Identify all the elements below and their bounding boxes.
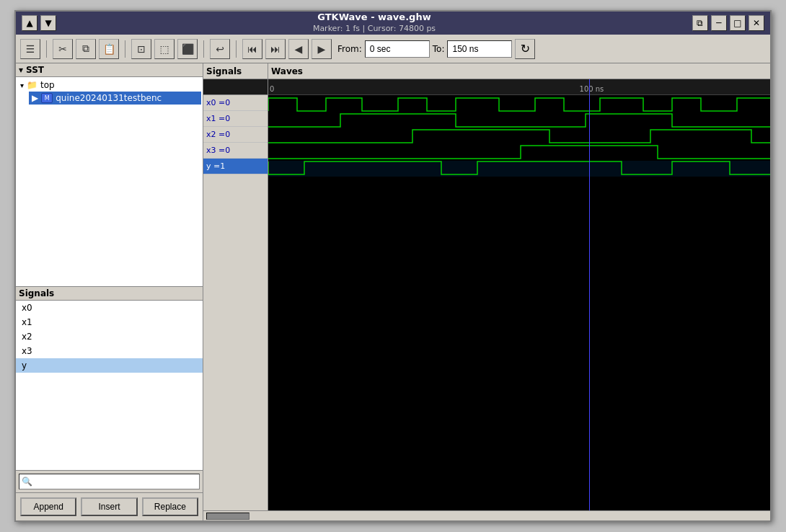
titlebar-left-controls: ▲ ▼ [22,15,56,31]
signals-list[interactable]: x0 x1 x2 x3 y [16,301,203,470]
titlebar-right-controls: ⧉ ─ □ ✕ [692,15,764,31]
cut-button[interactable]: ✂ [53,39,73,59]
tree-item-module[interactable]: ▶ M quine20240131testbenc [29,92,201,105]
signal-x2[interactable]: x2 [16,329,203,344]
signal-x3[interactable]: x3 [16,344,203,358]
wave-x0 [268,98,770,111]
wave-canvas[interactable]: 0 100 ns [268,79,770,510]
last-button[interactable]: ⏭ [265,39,286,59]
titlebar: ▲ ▼ GTKWave - wave.ghw Marker: 1 fs | Cu… [16,12,770,35]
ruler-label-100ns: 100 ns [580,85,604,93]
maximize-btn[interactable]: □ [730,15,746,31]
append-button[interactable]: Append [20,497,76,516]
tree-item-top[interactable]: ▾ 📁 top [17,79,201,92]
main-window: ▲ ▼ GTKWave - wave.ghw Marker: 1 fs | Cu… [14,10,772,522]
waves-header-row: Signals Waves [203,63,770,79]
expand-icon-top[interactable]: ▾ [20,81,24,89]
search-wrapper: 🔍 [19,474,200,489]
select-all-button[interactable]: ⊡ [131,39,151,59]
sst-section: ▾ SST ▾ 📁 top ▶ M quine20240131testbenc [16,63,203,287]
menu-button[interactable]: ☰ [20,39,40,59]
module-icon: M [41,93,53,103]
prev-button[interactable]: ◀ [288,39,309,59]
bottom-buttons: Append Insert Replace [16,492,203,520]
paste-button[interactable]: 📋 [99,39,119,59]
close-btn[interactable]: ✕ [749,15,764,31]
from-to-section: From: To: [337,40,512,58]
titlebar-center: GTKWave - wave.ghw Marker: 1 fs | Cursor… [313,12,436,34]
separator-1 [46,40,47,58]
toolbar: ☰ ✂ ⧉ 📋 ⊡ ⬚ ⬛ ↩ ⏮ ⏭ ◀ ▶ From: To: ↻ [16,35,770,63]
undo-button[interactable]: ↩ [210,39,230,59]
search-input[interactable] [19,474,200,489]
left-panel: ▾ SST ▾ 📁 top ▶ M quine20240131testbenc [16,63,203,520]
window-title: GTKWave - wave.ghw [317,12,430,24]
signal-row-x3[interactable]: x3 =0 [203,143,268,159]
hscroll[interactable] [203,510,770,520]
sst-title: SST [26,65,44,75]
wave-x2 [268,130,770,143]
wave-x1 [268,114,770,127]
signal-x1[interactable]: x1 [16,315,203,329]
insert-button[interactable]: Insert [81,497,137,516]
wave-ruler: 0 100 ns [268,79,770,95]
waves-body: x0 =0 x1 =0 x2 =0 x3 =0 y =1 0 100 ns [203,79,770,510]
down-arrow-btn[interactable]: ▼ [40,15,56,31]
signal-row-x0[interactable]: x0 =0 [203,95,268,111]
wave-x3 [268,146,770,159]
zoom-sel-button[interactable]: ⬛ [177,39,198,59]
signal-names-col: x0 =0 x1 =0 x2 =0 x3 =0 y =1 [203,79,268,510]
separator-2 [125,40,125,58]
signals-col-header: Signals [203,63,268,79]
signals-list-header: Signals [16,287,203,301]
signal-row-x1[interactable]: x1 =0 [203,111,268,127]
zoom-fit-button[interactable]: ⬚ [154,39,175,59]
waveform-svg [268,95,770,182]
replace-button[interactable]: Replace [142,497,198,516]
separator-4 [236,40,237,58]
expand-icon-module: ▶ [32,93,38,103]
separator-3 [203,40,204,58]
up-arrow-btn[interactable]: ▲ [22,15,37,31]
window-subtitle: Marker: 1 fs | Cursor: 74800 ps [313,24,436,34]
refresh-button[interactable]: ↻ [515,39,535,59]
main-content: ▾ SST ▾ 📁 top ▶ M quine20240131testbenc [16,63,770,520]
restore-btn[interactable]: ⧉ [692,15,708,31]
signals-section: Signals x0 x1 x2 x3 y 🔍 Append Insert [16,287,203,520]
tree-label-top: top [40,80,55,90]
signal-y[interactable]: y [16,358,203,373]
sst-header: ▾ SST [16,63,203,77]
next-button[interactable]: ▶ [312,39,332,59]
folder-icon-top: 📁 [27,80,37,90]
right-panel: Signals Waves x0 =0 x1 =0 x2 =0 x3 =0 y … [203,63,770,520]
hscroll-thumb[interactable] [206,513,250,520]
signal-x0[interactable]: x0 [16,301,203,315]
to-input[interactable] [447,40,512,58]
waves-col-header: Waves [268,63,770,79]
tree-label-module: quine20240131testbenc [56,93,162,103]
search-bar: 🔍 [16,470,203,492]
first-button[interactable]: ⏮ [242,39,262,59]
sst-collapse-icon[interactable]: ▾ [19,65,23,75]
from-input[interactable] [365,40,430,58]
to-label: To: [433,44,445,54]
signal-row-x2[interactable]: x2 =0 [203,127,268,143]
ruler-label-0: 0 [270,85,274,93]
from-label: From: [337,44,362,54]
copy-button[interactable]: ⧉ [76,39,96,59]
signal-row-y[interactable]: y =1 [203,159,268,174]
minimize-btn[interactable]: ─ [711,15,727,31]
sst-tree[interactable]: ▾ 📁 top ▶ M quine20240131testbenc [16,77,203,286]
wave-y-highlight [268,161,770,177]
cursor-line [589,79,590,510]
